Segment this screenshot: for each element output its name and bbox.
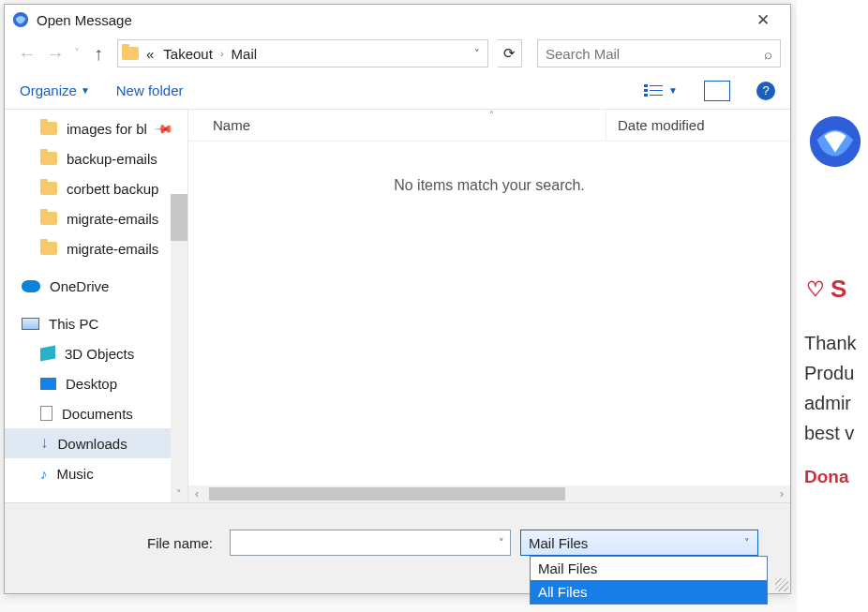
refresh-button[interactable]: ⟳ <box>498 39 522 67</box>
desktop-icon <box>40 378 56 390</box>
filter-option-label: Mail Files <box>538 560 597 576</box>
sidebar-scroll-down[interactable]: ˅ <box>171 485 187 502</box>
pin-icon: 📌 <box>154 118 174 139</box>
tree-item-downloads[interactable]: ↓Downloads <box>5 428 187 458</box>
column-headers: ˄ Name Date modified <box>188 110 790 142</box>
tree-item-music[interactable]: ♪Music <box>5 458 187 488</box>
file-list-body: No items match your search. ‹ › <box>188 142 790 502</box>
tree-label: Music <box>57 466 94 482</box>
chevron-down-icon: ˅ <box>744 537 750 549</box>
tree-label: OneDrive <box>50 278 109 294</box>
preview-pane-button[interactable] <box>704 81 730 101</box>
tree-label: Documents <box>62 406 133 422</box>
new-folder-button[interactable]: New folder <box>116 82 184 98</box>
chevron-down-icon: ▼ <box>81 85 90 96</box>
filter-option-label: All Files <box>538 584 588 600</box>
folder-icon <box>40 182 57 195</box>
chevron-right-icon[interactable]: › <box>220 48 224 59</box>
column-name[interactable]: Name <box>188 110 606 141</box>
tree-label: migrate-emails <box>67 241 158 257</box>
app-icon <box>12 11 29 28</box>
pc-icon <box>22 318 39 330</box>
folder-icon <box>122 47 139 60</box>
search-box[interactable]: ⌕ <box>537 39 781 67</box>
close-button[interactable]: ✕ <box>743 10 783 30</box>
filter-option-all[interactable]: All Files <box>531 580 767 604</box>
address-bar[interactable]: « Takeout › Mail ˅ <box>117 39 488 67</box>
horizontal-scrollbar[interactable]: ‹ › <box>188 485 790 502</box>
column-name-label: Name <box>213 117 250 133</box>
background-app: ♡ S ThankProduadmirbest v Dona <box>797 0 868 612</box>
file-name-combo[interactable]: ˅ <box>230 530 511 556</box>
tree-item-desktop[interactable]: Desktop <box>5 368 187 398</box>
crumb-mail[interactable]: Mail <box>230 46 260 62</box>
support-letter: S <box>831 275 846 304</box>
svg-rect-6 <box>644 94 648 97</box>
donate-text: Dona <box>797 467 868 487</box>
forward-button[interactable]: → <box>46 43 65 65</box>
main-area: images for bl📌 backup-emails corbett bac… <box>5 110 790 503</box>
thunderbird-logo-icon <box>806 112 864 171</box>
file-type-dropdown: Mail Files All Files <box>530 556 768 605</box>
file-type-combo[interactable]: Mail Files ˅ <box>520 530 758 556</box>
view-list-icon <box>644 83 665 98</box>
resize-grip[interactable] <box>775 578 788 591</box>
tree-label: Downloads <box>58 436 127 452</box>
nav-tree: images for bl📌 backup-emails corbett bac… <box>5 110 188 502</box>
tree-item-thispc[interactable]: This PC <box>5 308 187 338</box>
folder-icon <box>40 242 57 255</box>
folder-icon <box>40 152 57 165</box>
folder-icon <box>40 122 57 135</box>
tree-item-documents[interactable]: Documents <box>5 398 187 428</box>
titlebar: Open Message ✕ <box>5 5 790 35</box>
search-input[interactable] <box>546 46 764 62</box>
background-text: ThankProduadmirbest v <box>797 328 868 448</box>
dialog-title: Open Message <box>37 12 743 28</box>
filter-option-mail[interactable]: Mail Files <box>531 557 767 580</box>
document-icon <box>40 406 52 421</box>
download-icon: ↓ <box>40 434 49 453</box>
svg-rect-7 <box>650 95 663 96</box>
organize-menu[interactable]: Organize ▼ <box>20 82 90 98</box>
tree-item-3dobjects[interactable]: 3D Objects <box>5 338 187 368</box>
tree-item-migrate1[interactable]: migrate-emails <box>5 203 187 233</box>
svg-rect-4 <box>644 89 648 92</box>
back-button[interactable]: ← <box>18 43 37 65</box>
tree-label: corbett backup <box>67 181 158 197</box>
organize-label: Organize <box>20 82 77 98</box>
search-icon: ⌕ <box>764 46 772 62</box>
tree-item-migrate2[interactable]: migrate-emails <box>5 233 187 263</box>
folder-icon <box>40 212 57 225</box>
file-name-row: File name: ˅ Mail Files ˅ <box>5 530 773 556</box>
scroll-left-icon[interactable]: ‹ <box>188 487 205 500</box>
tree-label: backup-emails <box>67 151 157 167</box>
new-folder-label: New folder <box>116 82 184 98</box>
sort-caret-icon: ˄ <box>489 110 494 120</box>
tree-item-onedrive[interactable]: OneDrive <box>5 271 187 301</box>
music-icon: ♪ <box>40 466 48 482</box>
help-button[interactable]: ? <box>756 82 775 100</box>
column-date-label: Date modified <box>618 117 705 133</box>
crumb-takeout[interactable]: Takeout <box>161 46 215 62</box>
file-type-selected: Mail Files <box>529 535 588 551</box>
scroll-right-icon[interactable]: › <box>773 487 790 500</box>
view-options-button[interactable]: ▼ <box>644 83 678 98</box>
tree-label: 3D Objects <box>65 346 134 362</box>
support-heading: ♡ S <box>797 275 868 304</box>
tree-item-backup[interactable]: backup-emails <box>5 143 187 173</box>
tree-item-corbett[interactable]: corbett backup <box>5 173 187 203</box>
3d-objects-icon <box>40 346 55 362</box>
file-list: ˄ Name Date modified No items match your… <box>188 110 790 502</box>
up-button[interactable]: ↑ <box>89 43 108 65</box>
hscroll-thumb[interactable] <box>209 487 565 500</box>
crumb-prefix: « <box>144 46 156 62</box>
history-dropdown[interactable]: ˅ <box>74 47 80 60</box>
svg-rect-5 <box>650 90 663 91</box>
toolbar: Organize ▼ New folder ▼ ? <box>5 72 790 110</box>
chevron-down-icon: ▼ <box>668 85 678 96</box>
sidebar-scrollbar-thumb[interactable] <box>171 194 187 241</box>
heart-icon: ♡ <box>806 277 825 302</box>
column-date[interactable]: Date modified <box>606 117 790 133</box>
tree-item-images[interactable]: images for bl📌 <box>5 113 187 143</box>
address-dropdown[interactable]: ˅ <box>471 48 484 60</box>
